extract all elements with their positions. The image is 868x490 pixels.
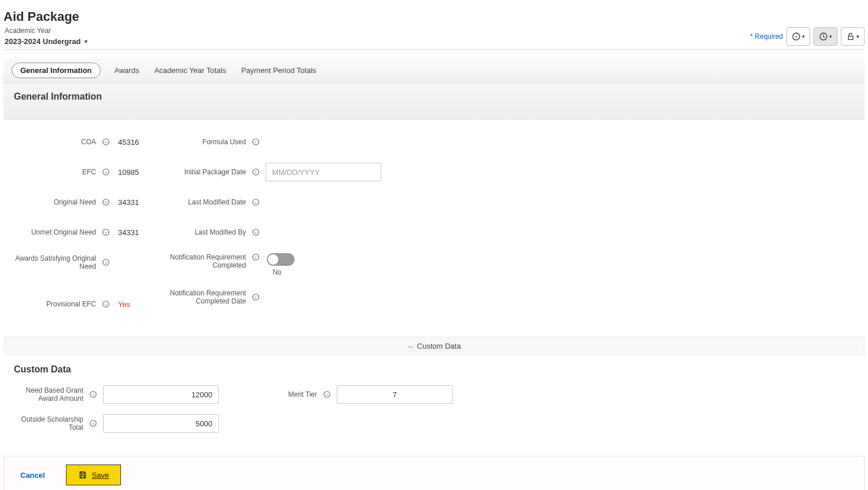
page-title: Aid Package bbox=[3, 3, 865, 27]
info-icon[interactable] bbox=[102, 198, 110, 206]
footer-bar: Cancel Save bbox=[3, 456, 865, 490]
section-header: General Information bbox=[3, 83, 865, 120]
unmet-original-need-label: Unmet Original Need bbox=[9, 228, 96, 236]
coa-value: 45316 bbox=[116, 138, 139, 147]
info-icon[interactable] bbox=[102, 228, 110, 236]
unmet-original-need-value: 34331 bbox=[116, 228, 139, 237]
cancel-button[interactable]: Cancel bbox=[14, 467, 51, 483]
general-information-heading: General Information bbox=[14, 92, 854, 102]
provisional-efc-label: Provisional EFC bbox=[9, 300, 96, 308]
efc-label: EFC bbox=[9, 168, 96, 176]
lock-menu-button[interactable]: ▾ bbox=[841, 27, 865, 46]
save-button-label: Save bbox=[92, 471, 109, 480]
outside-scholarship-label: Outside Scholarship Total bbox=[14, 415, 83, 432]
info-circle-icon bbox=[792, 32, 801, 41]
last-modified-date-label: Last Modified Date bbox=[162, 198, 246, 206]
awards-satisfying-label: Awards Satisfying Original Need bbox=[9, 254, 96, 270]
info-icon[interactable] bbox=[252, 138, 260, 146]
chevron-down-icon: ▾ bbox=[802, 34, 805, 39]
chevron-down-icon: ▾ bbox=[84, 38, 87, 45]
tab-general-information[interactable]: General Information bbox=[12, 63, 101, 78]
chevron-up-icon: ︿ bbox=[407, 342, 414, 350]
academic-year-label: Academic Year bbox=[5, 27, 87, 35]
formula-used-label: Formula Used bbox=[162, 138, 246, 146]
original-need-label: Original Need bbox=[9, 198, 96, 206]
efc-value: 10985 bbox=[116, 168, 139, 177]
provisional-efc-value: Yes bbox=[116, 300, 130, 309]
clock-icon bbox=[819, 32, 828, 41]
chevron-down-icon: ▾ bbox=[829, 34, 832, 39]
need-based-input[interactable] bbox=[103, 385, 219, 404]
info-icon[interactable] bbox=[252, 228, 260, 236]
general-info-form: COA 45316 EFC 10985 Original Need 34331 … bbox=[3, 120, 865, 331]
outside-scholarship-input[interactable] bbox=[103, 414, 219, 433]
custom-data-accordion[interactable]: ︿ Custom Data bbox=[3, 337, 865, 355]
info-icon[interactable] bbox=[252, 253, 260, 261]
need-based-label: Need Based Grant Award Amount bbox=[14, 386, 83, 403]
tab-payment-period-totals[interactable]: Payment Period Totals bbox=[240, 63, 318, 78]
info-icon[interactable] bbox=[102, 138, 110, 146]
save-icon bbox=[78, 470, 87, 480]
notification-req-state: No bbox=[267, 268, 281, 276]
academic-year-select[interactable]: 2023-2024 Undergrad ▾ bbox=[5, 37, 87, 46]
coa-label: COA bbox=[9, 138, 96, 146]
right-column: Formula Used Initial Package Date Last M… bbox=[162, 133, 381, 313]
notification-req-date-label: Notification Requirement Completed Date bbox=[162, 289, 246, 306]
info-icon[interactable] bbox=[102, 168, 110, 176]
info-icon[interactable] bbox=[102, 258, 110, 266]
merit-tier-label: Merit Tier bbox=[259, 390, 317, 398]
tab-awards[interactable]: Awards bbox=[113, 63, 141, 78]
notification-req-label: Notification Requirement Completed bbox=[162, 253, 246, 270]
initial-package-date-label: Initial Package Date bbox=[162, 168, 246, 176]
info-icon[interactable] bbox=[323, 390, 331, 398]
save-button[interactable]: Save bbox=[66, 465, 122, 485]
custom-data-section: Custom Data Need Based Grant Award Amoun… bbox=[3, 355, 865, 450]
academic-year-value: 2023-2024 Undergrad bbox=[5, 37, 81, 46]
info-icon[interactable] bbox=[252, 293, 260, 301]
original-need-value: 34331 bbox=[116, 198, 139, 207]
tab-academic-year-totals[interactable]: Academic Year Totals bbox=[153, 63, 227, 78]
lock-open-icon bbox=[846, 32, 855, 41]
required-indicator: * Required bbox=[750, 32, 783, 41]
info-icon[interactable] bbox=[102, 300, 110, 308]
svg-rect-50 bbox=[81, 472, 84, 474]
header-row: Academic Year 2023-2024 Undergrad ▾ * Re… bbox=[3, 27, 865, 50]
tabs-bar: General Information Awards Academic Year… bbox=[3, 58, 865, 83]
clock-menu-button[interactable]: ▾ bbox=[814, 27, 837, 46]
last-modified-by-label: Last Modified By bbox=[162, 228, 246, 236]
left-column: COA 45316 EFC 10985 Original Need 34331 … bbox=[9, 133, 139, 313]
custom-data-accordion-label: Custom Data bbox=[417, 342, 461, 350]
info-icon[interactable] bbox=[252, 168, 260, 176]
info-icon[interactable] bbox=[252, 198, 260, 206]
info-icon[interactable] bbox=[89, 419, 97, 427]
svg-rect-4 bbox=[848, 36, 853, 39]
notification-req-toggle[interactable] bbox=[267, 253, 295, 266]
info-menu-button[interactable]: ▾ bbox=[786, 27, 810, 46]
svg-rect-51 bbox=[81, 476, 84, 478]
initial-package-date-input[interactable] bbox=[266, 163, 381, 181]
info-icon[interactable] bbox=[89, 390, 97, 398]
chevron-down-icon: ▾ bbox=[856, 34, 859, 39]
custom-data-heading: Custom Data bbox=[14, 364, 854, 375]
merit-tier-input[interactable] bbox=[337, 385, 453, 404]
